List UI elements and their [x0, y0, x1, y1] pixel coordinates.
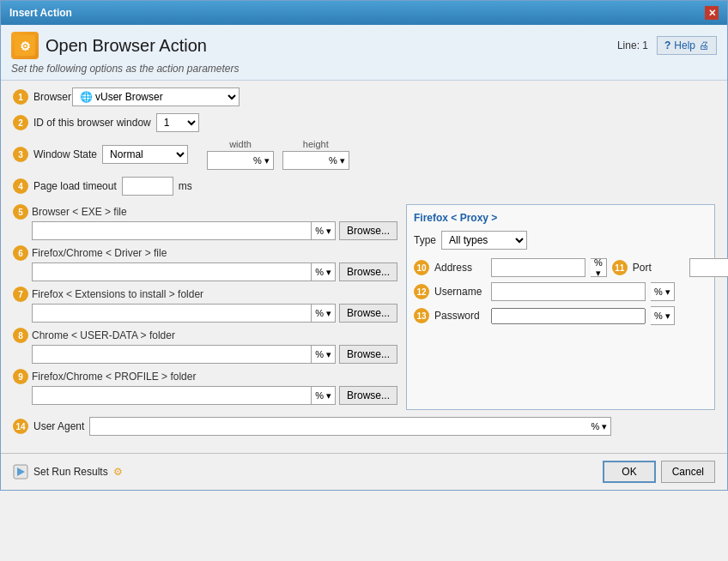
- user-agent-container: % ▾: [89, 417, 611, 436]
- step-3-badge: 3: [13, 147, 28, 162]
- exe-section-row: 5 Browser < EXE > file: [13, 204, 397, 220]
- address-port-row: 10 Address % ▾ 11 Port % ▾: [414, 258, 707, 277]
- window-state-select[interactable]: Normal Maximized Minimized: [102, 145, 188, 164]
- id-select-container: 1 2 3: [156, 113, 199, 132]
- address-pct-btn[interactable]: % ▾: [591, 258, 607, 277]
- password-pct-btn[interactable]: % ▾: [651, 306, 675, 325]
- step-14-badge: 14: [13, 419, 28, 434]
- step-12-badge: 12: [414, 284, 429, 299]
- help-button[interactable]: ? Help 🖨: [657, 36, 717, 55]
- userdata-pct-btn[interactable]: % ▾: [312, 345, 336, 364]
- step-8-badge: 8: [13, 328, 28, 343]
- main-body: 5 Browser < EXE > file % ▾ Browse... 6 F…: [1, 204, 727, 410]
- action-title: Open Browser Action: [46, 36, 207, 56]
- exe-pct-btn[interactable]: % ▾: [312, 221, 336, 240]
- window-state-select-container: Normal Maximized Minimized: [102, 145, 188, 164]
- ext-input[interactable]: [32, 304, 312, 323]
- dialog-title: Insert Action: [9, 7, 72, 19]
- step-5-badge: 5: [13, 204, 28, 220]
- window-state-row: 3 Window State Normal Maximized Minimize…: [13, 139, 715, 170]
- left-panel: 5 Browser < EXE > file % ▾ Browse... 6 F…: [13, 204, 397, 410]
- profile-input-row: % ▾ Browse...: [13, 386, 397, 405]
- exe-label: Browser < EXE > file: [32, 206, 127, 218]
- driver-browse-btn[interactable]: Browse...: [339, 262, 397, 281]
- userdata-input[interactable]: [32, 345, 312, 364]
- page-load-label: Page load timeout: [33, 180, 117, 192]
- user-agent-input[interactable]: [89, 417, 587, 436]
- width-pct-btn[interactable]: % ▾: [250, 151, 274, 170]
- exe-input-row: % ▾ Browse...: [13, 221, 397, 240]
- ext-section-row: 7 Firefox < Extensions to install > fold…: [13, 287, 397, 302]
- header-subtitle: Set the following options as the action …: [11, 63, 717, 75]
- step-7-badge: 7: [13, 287, 28, 302]
- id-label: ID of this browser window: [33, 117, 151, 129]
- browser-select[interactable]: vUser Browser Internet Explorer Firefox …: [72, 87, 240, 106]
- driver-input-row: % ▾ Browse...: [13, 262, 397, 281]
- address-input[interactable]: [491, 258, 585, 277]
- bottom-bar: Set Run Results ⚙ OK Cancel: [1, 453, 727, 490]
- ext-input-row: % ▾ Browse...: [13, 304, 397, 323]
- help-icon: ?: [664, 39, 670, 51]
- proxy-type-select[interactable]: All types HTTP HTTPS SOCKS: [441, 231, 527, 250]
- user-agent-label: User Agent: [33, 420, 84, 432]
- driver-label: Firefox/Chrome < Driver > file: [32, 247, 167, 259]
- ok-button[interactable]: OK: [603, 461, 655, 483]
- set-run-results-container[interactable]: Set Run Results ⚙: [13, 464, 123, 480]
- width-group: width 0 % ▾: [207, 139, 274, 170]
- step-13-badge: 13: [414, 308, 429, 323]
- cancel-button[interactable]: Cancel: [661, 461, 715, 483]
- id-row: 2 ID of this browser window 1 2 3: [13, 113, 715, 132]
- page-load-input[interactable]: 60000: [122, 177, 173, 196]
- line-info: Line: 1: [617, 39, 648, 51]
- password-input[interactable]: [491, 308, 646, 324]
- page-load-unit: ms: [179, 180, 192, 192]
- address-label: Address: [434, 262, 486, 274]
- exe-browse-btn[interactable]: Browse...: [339, 221, 397, 240]
- step-4-badge: 4: [13, 178, 28, 194]
- page-load-row: 4 Page load timeout 60000 ms: [13, 177, 715, 196]
- action-icon: ⚙: [11, 32, 39, 59]
- exe-input[interactable]: [32, 221, 312, 240]
- profile-browse-btn[interactable]: Browse...: [339, 386, 397, 405]
- close-button[interactable]: ✕: [705, 6, 719, 20]
- browser-select-container: 🌐 vUser Browser Internet Explorer Firefo…: [76, 87, 240, 106]
- userdata-browse-btn[interactable]: Browse...: [339, 345, 397, 364]
- step-11-badge: 11: [612, 260, 628, 275]
- height-label: height: [282, 139, 349, 149]
- port-input[interactable]: [689, 258, 728, 277]
- step-1-badge: 1: [13, 89, 28, 105]
- userdata-input-row: % ▾ Browse...: [13, 345, 397, 364]
- header-area: ⚙ Open Browser Action Line: 1 ? Help 🖨 S…: [1, 25, 727, 81]
- username-input[interactable]: [491, 282, 646, 301]
- ext-browse-btn[interactable]: Browse...: [339, 304, 397, 323]
- password-row: 13 Password % ▾: [414, 306, 707, 325]
- window-state-label: Window State: [33, 148, 97, 160]
- svg-text:⚙: ⚙: [20, 39, 31, 53]
- id-select[interactable]: 1 2 3: [156, 113, 199, 132]
- user-agent-pct-btn[interactable]: % ▾: [587, 417, 611, 436]
- width-label: width: [207, 139, 274, 149]
- browser-row: 1 Browser 🌐 vUser Browser Internet Explo…: [13, 87, 715, 106]
- ext-label: Firefox < Extensions to install > folder: [32, 288, 203, 300]
- port-label: Port: [633, 262, 684, 274]
- width-input[interactable]: 0: [207, 151, 250, 170]
- height-group: height 0 % ▾: [282, 139, 349, 170]
- profile-pct-btn[interactable]: % ▾: [312, 386, 336, 405]
- username-pct-btn[interactable]: % ▾: [651, 282, 675, 301]
- title-bar: Insert Action ✕: [1, 1, 727, 25]
- profile-label: Firefox/Chrome < PROFILE > folder: [32, 371, 196, 383]
- proxy-title: Firefox < Proxy >: [414, 212, 707, 224]
- username-label: Username: [434, 286, 486, 298]
- run-results-gear-icon: ⚙: [113, 466, 123, 478]
- ext-pct-btn[interactable]: % ▾: [312, 304, 336, 323]
- driver-section-row: 6 Firefox/Chrome < Driver > file: [13, 245, 397, 261]
- driver-input[interactable]: [32, 262, 312, 281]
- driver-pct-btn[interactable]: % ▾: [312, 262, 336, 281]
- userdata-label: Chrome < USER-DATA > folder: [32, 329, 175, 341]
- step-10-badge: 10: [414, 260, 429, 275]
- height-pct-btn[interactable]: % ▾: [325, 151, 349, 170]
- step-2-badge: 2: [13, 115, 28, 130]
- profile-input[interactable]: [32, 386, 312, 405]
- run-results-icon: [13, 464, 28, 480]
- height-input[interactable]: 0: [282, 151, 325, 170]
